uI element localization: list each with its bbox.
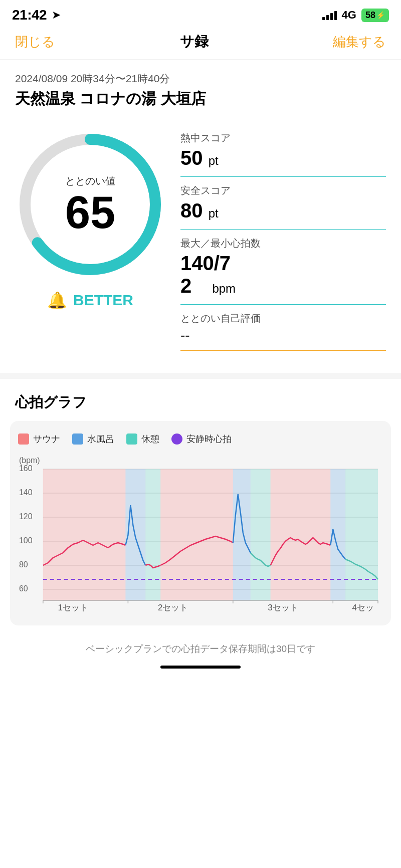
status-right: 4G 58 ⚡ [322,9,389,22]
svg-rect-16 [43,469,126,600]
heat-score-item: 熱中スコア 50 pt [180,124,386,177]
svg-text:100: 100 [19,536,33,545]
svg-rect-20 [233,469,251,600]
self-eval-value: -- [180,327,386,343]
legend-resting-hr-label: 安静時心拍 [186,433,232,445]
safe-score-item: 安全スコア 80 pt [180,177,386,230]
legend-rest-dot [126,433,137,445]
location-icon: ➤ [52,9,61,22]
svg-text:2セット: 2セット [158,603,188,612]
svg-text:(bpm): (bpm) [19,456,40,465]
graph-svg: (bpm) 160 140 120 100 80 60 [18,455,383,615]
svg-rect-18 [145,469,160,600]
heat-score-value: 50 pt [180,147,386,169]
self-eval-label: ととのい自己評価 [180,312,386,325]
bell-icon: 🔔 [47,291,67,310]
close-button[interactable]: 閉じる [15,33,55,51]
scores-right: 熱中スコア 50 pt 安全スコア 80 pt 最大／最小心拍数 140/7 2… [180,124,386,351]
self-eval-item: ととのい自己評価 -- [180,305,386,351]
battery-bolt-icon: ⚡ [376,11,385,19]
legend-rest-label: 休憩 [141,433,159,445]
svg-text:140: 140 [19,488,33,497]
better-row: 🔔 BETTER [47,291,133,310]
status-time: 21:42 [12,7,47,23]
signal-bars [322,10,337,20]
legend-sauna-label: サウナ [33,433,60,445]
session-date: 2024/08/09 20時34分〜21時40分 [15,72,386,86]
graph-legend: サウナ 水風呂 休憩 安静時心拍 [18,433,383,445]
gauge-label: ととのい値 [65,174,115,188]
svg-rect-19 [160,469,233,600]
status-bar: 21:42 ➤ 4G 58 ⚡ [0,0,401,27]
gauge-circle: ととのい値 65 [10,124,170,285]
session-place: 天然温泉 コロナの湯 大垣店 [15,89,386,109]
legend-water: 水風呂 [72,433,114,445]
heart-rate-item: 最大／最小心拍数 140/7 2 bpm [180,230,386,305]
legend-sauna-dot [18,433,29,445]
svg-rect-22 [271,469,331,600]
safe-score-value: 80 pt [180,199,386,222]
gauge-value: 65 [65,190,115,235]
better-label: BETTER [73,292,133,309]
nav-bar: 閉じる サ録 編集する [0,27,401,60]
svg-text:120: 120 [19,512,33,521]
legend-water-dot [72,433,83,445]
heart-rate-value: 140/7 2 bpm [180,252,386,297]
home-indicator [160,666,241,669]
graph-section: 心拍グラフ サウナ 水風呂 休憩 安静時心拍 [0,379,401,633]
heat-score-label: 熱中スコア [180,131,386,145]
battery-indicator: 58 ⚡ [361,9,389,22]
legend-sauna: サウナ [18,433,60,445]
edit-button[interactable]: 編集する [333,33,386,51]
legend-rest: 休憩 [126,433,159,445]
section-divider [0,373,401,379]
svg-text:4セッ: 4セッ [352,603,373,612]
footer-note: ベーシックプランでの心拍データ保存期間は30日です [0,633,401,662]
svg-text:160: 160 [19,464,33,473]
gauge-inner: ととのい値 65 [65,174,115,235]
legend-water-label: 水風呂 [87,433,114,445]
network-label: 4G [342,9,356,22]
svg-text:80: 80 [19,560,28,569]
graph-card: サウナ 水風呂 休憩 安静時心拍 (bpm) 1 [10,421,391,625]
svg-text:3セット: 3セット [268,603,298,612]
legend-resting-hr: 安静時心拍 [171,433,232,445]
svg-text:1セット: 1セット [58,603,88,612]
svg-text:60: 60 [19,584,28,593]
graph-title: 心拍グラフ [10,393,391,412]
score-section: ととのい値 65 🔔 BETTER 熱中スコア 50 pt 安全スコア 80 p… [0,114,401,361]
heart-rate-label: 最大／最小心拍数 [180,237,386,250]
nav-title: サ録 [180,32,209,51]
svg-rect-24 [345,469,378,600]
session-header: 2024/08/09 20時34分〜21時40分 天然温泉 コロナの湯 大垣店 [0,60,401,114]
safe-score-label: 安全スコア [180,184,386,197]
graph-area: (bpm) 160 140 120 100 80 60 [18,455,383,615]
legend-resting-hr-dot [171,433,182,445]
svg-rect-21 [251,469,271,600]
